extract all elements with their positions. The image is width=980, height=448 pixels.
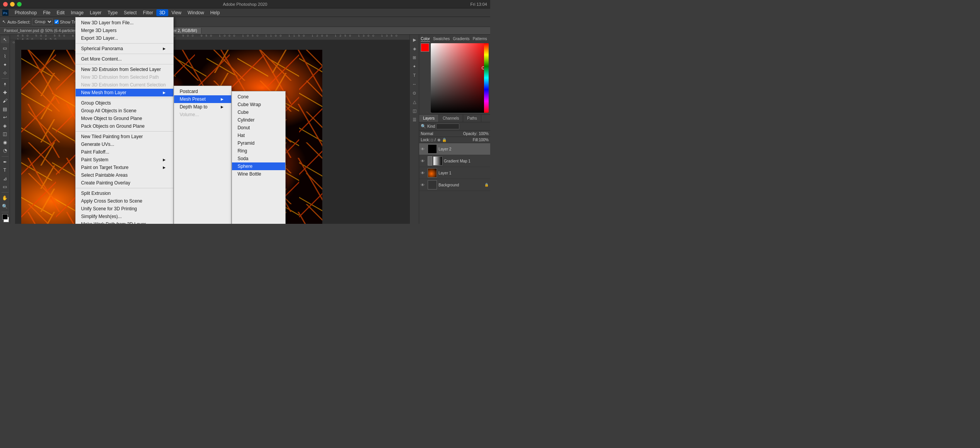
mesh-sub-mesh-preset[interactable]: Mesh Preset ▶	[174, 95, 231, 103]
preset-wine-bottle[interactable]: Wine Bottle	[232, 170, 285, 178]
menu-item-new-3d-layer[interactable]: New 3D Layer from File...	[76, 19, 173, 27]
panel-icon-4[interactable]: ✦	[411, 63, 418, 70]
tab-color[interactable]: Color	[421, 36, 430, 42]
auto-select-dropdown[interactable]: Group	[32, 19, 53, 25]
mesh-sub-postcard[interactable]: Postcard	[174, 88, 231, 95]
tool-quick-select[interactable]: ✦	[1, 61, 9, 68]
menu-item-split-extrusion[interactable]: Split Extrusion	[76, 189, 173, 197]
preset-cube[interactable]: Cube	[232, 108, 285, 116]
menu-item-merge-3d[interactable]: Merge 3D Layers	[76, 27, 173, 34]
preset-pyramid[interactable]: Pyramid	[232, 139, 285, 147]
tool-history-brush[interactable]: ↩	[1, 114, 9, 121]
tool-marquee[interactable]: ▭	[1, 44, 9, 51]
menu-select[interactable]: Select	[121, 9, 140, 16]
menu-item-work-path[interactable]: Make Work Path from 3D Layer	[76, 220, 173, 224]
panel-icon-9[interactable]: ◫	[411, 107, 418, 114]
preset-donut[interactable]: Donut	[232, 124, 285, 132]
tool-crop[interactable]: ⊹	[1, 69, 9, 76]
menu-file[interactable]: File	[40, 9, 53, 16]
menu-filter[interactable]: Filter	[140, 9, 156, 16]
menu-item-new-mesh[interactable]: New Mesh from Layer ▶	[76, 89, 173, 96]
layer-visibility-icon[interactable]: 👁	[421, 147, 426, 151]
menu-item-move-ground[interactable]: Move Object to Ground Plane	[76, 115, 173, 122]
menu-item-group-objects[interactable]: Group Objects	[76, 99, 173, 107]
preset-cube-wrap[interactable]: Cube Wrap	[232, 101, 285, 108]
lock-icon-4[interactable]: 🔒	[442, 138, 447, 142]
mesh-sub-depth-map[interactable]: Depth Map to ▶	[174, 103, 231, 111]
tool-eraser[interactable]: ◈	[1, 122, 9, 129]
menu-item-paint-target[interactable]: Paint on Target Texture ▶	[76, 164, 173, 171]
menu-item-unify-scene[interactable]: Unify Scene for 3D Printing	[76, 205, 173, 213]
layer-item[interactable]: 👁 Layer 1	[419, 167, 490, 179]
tool-text[interactable]: T	[1, 167, 9, 174]
menu-item-tiled-painting[interactable]: New Tiled Painting from Layer	[76, 133, 173, 140]
menu-type[interactable]: Type	[105, 9, 121, 16]
tab-patterns[interactable]: Patterns	[473, 36, 487, 42]
tool-brush[interactable]: 🖌	[1, 97, 9, 104]
panel-icon-7[interactable]: ⊙	[411, 90, 418, 96]
hue-strip[interactable]	[484, 43, 489, 113]
menu-item-group-all[interactable]: Group All Objects in Scene	[76, 107, 173, 115]
traffic-lights[interactable]	[3, 2, 22, 7]
menu-item-create-overlay[interactable]: Create Painting Overlay	[76, 179, 173, 187]
menu-help[interactable]: Help	[207, 9, 223, 16]
menu-3d[interactable]: 3D	[156, 9, 168, 16]
foreground-swatch[interactable]	[421, 43, 429, 52]
menu-item-get-more[interactable]: Get More Content...	[76, 55, 173, 63]
preset-soda[interactable]: Soda	[232, 155, 285, 162]
preset-cone[interactable]: Cone	[232, 93, 285, 101]
layer-item[interactable]: 👁 Gradient Map 1	[419, 155, 490, 167]
lock-icon-2[interactable]: /	[435, 138, 436, 142]
menu-item-paint-system[interactable]: Paint System ▶	[76, 156, 173, 164]
preset-sphere[interactable]: Sphere	[232, 162, 285, 170]
menu-item-generate-uvs[interactable]: Generate UVs...	[76, 140, 173, 148]
panel-icon-1[interactable]: ▶	[411, 36, 418, 43]
menu-item-simplify-mesh[interactable]: Simplify Mesh(es)...	[76, 213, 173, 220]
menu-window[interactable]: Window	[184, 9, 207, 16]
tool-move[interactable]: ↖	[1, 36, 9, 43]
minimize-button[interactable]	[10, 2, 15, 7]
layer-visibility-icon[interactable]: 👁	[421, 159, 426, 163]
tab-channels[interactable]: Channels	[439, 115, 463, 122]
tool-pen[interactable]: ✒	[1, 158, 9, 165]
panel-icon-5[interactable]: T	[411, 72, 418, 79]
menu-layer[interactable]: Layer	[87, 9, 105, 16]
tab-gradients[interactable]: Gradients	[453, 36, 469, 42]
color-swatches-fg-bg[interactable]	[1, 214, 9, 222]
maximize-button[interactable]	[17, 2, 22, 7]
layers-filter-input[interactable]	[436, 123, 459, 129]
tool-path[interactable]: ⊿	[1, 175, 9, 182]
layer-visibility-icon[interactable]: 👁	[421, 171, 426, 175]
menu-photoshop[interactable]: Photoshop	[12, 9, 40, 16]
tab-paths[interactable]: Paths	[463, 115, 481, 122]
menu-item-extrusion-layer[interactable]: New 3D Extrusion from Selected Layer	[76, 66, 173, 73]
preset-cylinder[interactable]: Cylinder	[232, 116, 285, 124]
menu-view[interactable]: View	[168, 9, 184, 16]
menu-item-paint-falloff[interactable]: Paint Falloff...	[76, 148, 173, 156]
layer-visibility-icon[interactable]: 👁	[421, 183, 426, 187]
menu-image[interactable]: Image	[68, 9, 86, 16]
menu-edit[interactable]: Edit	[54, 9, 68, 16]
color-picker[interactable]	[431, 43, 489, 113]
close-button[interactable]	[3, 2, 8, 7]
lock-icon-3[interactable]: ⊕	[437, 138, 440, 142]
preset-hat[interactable]: Hat	[232, 132, 285, 139]
preset-ring[interactable]: Ring	[232, 147, 285, 155]
tool-stamp[interactable]: ▤	[1, 106, 9, 113]
tool-zoom[interactable]: 🔍	[1, 203, 9, 210]
tool-dodge[interactable]: ◔	[1, 147, 9, 154]
menu-item-pack-ground[interactable]: Pack Objects on Ground Plane	[76, 122, 173, 130]
panel-icon-10[interactable]: ☰	[411, 116, 418, 123]
tab-swatches[interactable]: Swatches	[433, 36, 450, 42]
tab-layers[interactable]: Layers	[419, 115, 439, 122]
layer-item[interactable]: 👁 Layer 2	[419, 143, 490, 155]
tool-shape[interactable]: ▭	[1, 183, 9, 190]
panel-icon-3[interactable]: ⊞	[411, 54, 418, 61]
tool-gradient[interactable]: ◫	[1, 130, 9, 137]
menu-item-select-paintable[interactable]: Select Paintable Areas	[76, 171, 173, 179]
foreground-color[interactable]	[2, 214, 8, 220]
tool-blur[interactable]: ◉	[1, 139, 9, 146]
panel-icon-8[interactable]: △	[411, 98, 418, 105]
panel-icon-2[interactable]: ◈	[411, 45, 418, 52]
tool-heal[interactable]: ✚	[1, 89, 9, 96]
